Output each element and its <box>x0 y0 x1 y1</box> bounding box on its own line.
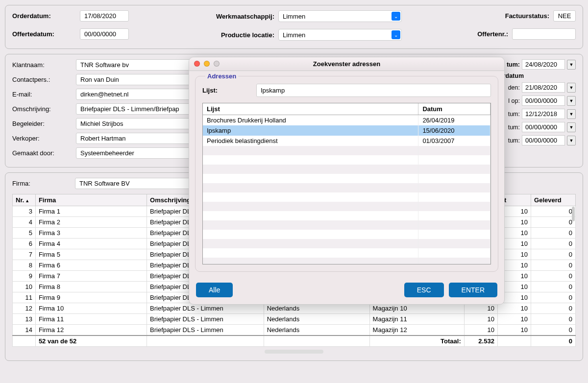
modal-grid-wrap: Lijst Datum Brochures Drukkerij Holland2… <box>202 103 491 264</box>
date-label-7: tum: <box>508 137 520 144</box>
modal-grid[interactable]: Lijst Datum Brochures Drukkerij Holland2… <box>203 103 490 264</box>
footer-kt <box>497 335 531 347</box>
sort-asc-icon: ▲ <box>25 198 29 203</box>
list-item[interactable]: Ipskamp15/06/2020 <box>203 125 490 136</box>
empty-row <box>203 183 490 192</box>
esc-button[interactable]: ESC <box>404 283 444 297</box>
empty-row <box>203 220 490 230</box>
chevron-down-icon[interactable]: ▼ <box>567 136 576 145</box>
lijst-label: Lijst: <box>202 87 251 94</box>
empty-row <box>203 202 490 211</box>
col-nr[interactable]: Nr.▲ <box>13 194 36 206</box>
header-panel: Orderdatum: 17/08/2020 Offertedatum: 00/… <box>5 5 583 49</box>
col-firma[interactable]: Firma <box>35 194 147 206</box>
empty-row <box>203 248 490 258</box>
date-value-5[interactable]: 12/12/2018 <box>522 109 565 119</box>
chevrons-icon: ⌄ <box>392 30 400 39</box>
chevron-down-icon[interactable]: ▼ <box>567 122 576 132</box>
chevron-down-icon[interactable]: ▼ <box>567 83 576 93</box>
close-icon[interactable] <box>194 61 200 67</box>
minimize-icon[interactable] <box>204 61 210 67</box>
maximize-icon <box>214 61 220 67</box>
werkmaatschappij-label: Werkmaatschappij: <box>206 13 274 20</box>
h-scrollbar[interactable] <box>265 350 323 354</box>
werkmaatschappij-select[interactable]: Limmen ⌄ <box>278 10 402 22</box>
date-label-3: den: <box>508 84 520 91</box>
date-label-5: tum: <box>508 111 520 118</box>
date-value-6[interactable]: 00/00/0000 <box>522 122 565 132</box>
footer-totaal: 2.532 <box>464 335 497 347</box>
empty-row <box>203 192 490 202</box>
list-item[interactable]: Brochures Drukkerij Holland26/04/2019 <box>203 115 490 126</box>
modal-col-lijst[interactable]: Lijst <box>203 103 418 115</box>
klantnaam-label: Klantnaam: <box>12 61 76 69</box>
date-value-4[interactable]: 00/00/0000 <box>522 96 565 106</box>
offertedatum-value[interactable]: 00/00/0000 <box>80 28 129 40</box>
date-label-6: tum: <box>508 124 520 131</box>
date-value-7[interactable]: 00/00/0000 <box>522 135 565 145</box>
chevron-down-icon[interactable]: ▼ <box>567 109 576 119</box>
empty-row <box>203 211 490 220</box>
enter-button[interactable]: ENTER <box>449 283 497 297</box>
date-value-1[interactable]: 24/08/2020 <box>522 59 565 70</box>
footer-totaal-label: Totaal: <box>369 335 464 347</box>
alle-button[interactable]: Alle <box>196 283 233 297</box>
v-scrollbar[interactable] <box>572 207 575 221</box>
offertenr-input[interactable] <box>512 28 576 40</box>
offertedatum-label: Offertedatum: <box>12 30 76 38</box>
list-item[interactable]: Periodiek belastingdienst01/03/2007 <box>203 136 490 146</box>
window-controls <box>194 61 220 67</box>
footer-gel: 0 <box>531 335 576 347</box>
footer-count: 52 van de 52 <box>35 335 147 347</box>
empty-row <box>203 258 490 264</box>
empty-row <box>203 146 490 155</box>
grid-footer: 52 van de 52 Totaal: 2.532 0 <box>13 335 576 347</box>
empty-row <box>203 155 490 165</box>
lijst-input[interactable] <box>256 84 491 97</box>
gemaaktdoor-label: Gemaakt door: <box>12 149 76 157</box>
productielocatie-value: Limmen <box>283 31 305 39</box>
dialog-titlebar[interactable]: Zoekvenster adressen <box>189 57 504 71</box>
omschrijving-label: Omschrijving: <box>12 105 76 113</box>
email-label: E-mail: <box>12 91 76 98</box>
factuurstatus-value: NEE <box>553 10 576 22</box>
contactpers-label: Contactpers.: <box>12 76 76 83</box>
date-label-1: tum: <box>507 61 520 68</box>
date-label-4: l op: <box>508 97 520 104</box>
productielocatie-label: Productie locatie: <box>206 31 274 39</box>
empty-row <box>203 174 490 183</box>
table-row[interactable]: 13Firma 11Briefpapier DLS - LimmenNederl… <box>13 314 576 325</box>
empty-row <box>203 230 490 239</box>
offertenr-label: Offertenr.: <box>477 30 508 38</box>
factuurstatus-label: Factuurstatus: <box>505 12 549 20</box>
empty-row <box>203 165 490 174</box>
date-value-3[interactable]: 21/08/2020 <box>522 82 565 93</box>
orderdatum-value[interactable]: 17/08/2020 <box>80 10 129 22</box>
chevrons-icon: ⌄ <box>392 12 400 21</box>
orderdatum-label: Orderdatum: <box>12 12 76 20</box>
productielocatie-select[interactable]: Limmen ⌄ <box>278 29 402 41</box>
dialog-legend: Adressen <box>205 72 238 80</box>
dialog-title: Zoekvenster adressen <box>313 60 380 68</box>
verkoper-label: Verkoper: <box>12 135 76 142</box>
address-search-dialog: Zoekvenster adressen Adressen Lijst: Lij… <box>189 57 505 305</box>
chevron-down-icon[interactable]: ▼ <box>567 96 576 106</box>
chevron-down-icon[interactable]: ▼ <box>567 60 576 70</box>
firma-label: Firma: <box>12 180 70 187</box>
col-geleverd[interactable]: Geleverd <box>531 194 576 206</box>
empty-row <box>203 239 490 248</box>
table-row[interactable]: 14Firma 12Briefpapier DLS - LimmenNederl… <box>13 325 576 336</box>
begeleider-label: Begeleider: <box>12 120 76 127</box>
werkmaatschappij-value: Limmen <box>283 13 305 20</box>
modal-col-datum[interactable]: Datum <box>418 103 490 115</box>
